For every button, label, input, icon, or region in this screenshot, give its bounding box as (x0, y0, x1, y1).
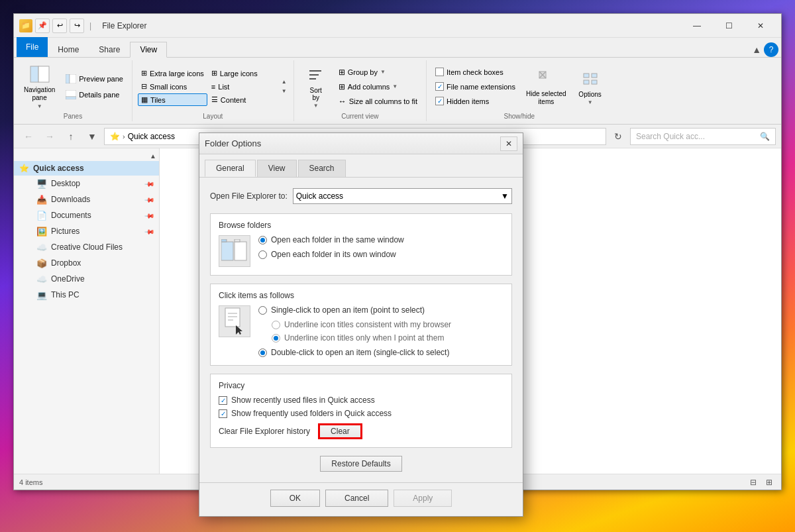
sidebar-item-documents[interactable]: 📄 Documents 📌 (14, 207, 159, 223)
address-path: Quick access (128, 132, 175, 141)
sort-by-btn[interactable]: Sortby ▼ (299, 61, 333, 112)
item-checkboxes-btn[interactable]: Item check boxes (432, 66, 519, 78)
underline-point-option[interactable]: Underline icon titles only when I point … (272, 333, 451, 343)
close-button[interactable]: ✕ (745, 16, 776, 36)
details-view-btn[interactable]: ⊟ (747, 476, 760, 489)
svg-rect-14 (592, 74, 597, 78)
minimize-button[interactable]: — (682, 16, 712, 36)
recent-files-checkbox[interactable] (219, 396, 227, 405)
forward-btn[interactable]: → (40, 127, 59, 146)
options-btn[interactable]: Options ▼ (574, 65, 607, 109)
browse-same-window-option[interactable]: Open each folder in the same window (258, 235, 404, 244)
details-pane-btn[interactable]: Details pane (62, 87, 123, 102)
underline-point-radio[interactable] (272, 334, 280, 343)
dialog-body: Open File Explorer to: Quick access ▼ Br… (199, 177, 523, 482)
quick-access-icon: ⭐ (19, 164, 29, 173)
click-items-icon (219, 305, 250, 337)
tiles-btn[interactable]: ▦ Tiles (138, 93, 207, 106)
large-icons-btn[interactable]: ⊞ Large icons (208, 67, 278, 80)
svg-rect-4 (66, 90, 76, 97)
navigation-pane-btn[interactable]: Navigationpane ▼ (19, 60, 60, 113)
frequent-folders-check-row[interactable]: Show frequently used folders in Quick ac… (219, 409, 504, 418)
hide-selected-btn[interactable]: Hide selecteditems (521, 64, 571, 109)
quick-access-tb-btn[interactable]: 📌 (35, 19, 50, 33)
downloads-pin: 📌 (144, 194, 155, 205)
ribbon-tabs: File Home Share View ▲ ? (14, 38, 781, 58)
sidebar-item-dropbox[interactable]: 📦 Dropbox (14, 255, 159, 271)
small-icons-btn[interactable]: ⊟ Small icons (138, 80, 207, 93)
open-explorer-select[interactable]: Quick access ▼ (293, 188, 512, 204)
current-view-label: Current view (341, 113, 378, 121)
cancel-btn[interactable]: Cancel (325, 490, 388, 507)
dialog-tab-view[interactable]: View (257, 160, 297, 177)
ribbon-content: Navigationpane ▼ Preview pane (14, 58, 781, 124)
sidebar-item-quick-access[interactable]: ⭐ Quick access (14, 161, 159, 176)
sidebar-item-onedrive[interactable]: ☁️ OneDrive (14, 271, 159, 287)
recent-btn[interactable]: ▼ (83, 127, 101, 146)
file-name-extensions-btn[interactable]: File name extensions (432, 80, 519, 93)
layout-scroll-down[interactable]: ▼ (282, 87, 287, 96)
recent-files-check-row[interactable]: Show recently used files in Quick access (219, 396, 504, 405)
ribbon-group-show-hide: Item check boxes File name extensions Hi… (427, 60, 612, 121)
refresh-btn[interactable]: ↻ (609, 127, 627, 146)
group-by-btn[interactable]: ⊞ Group by ▼ (335, 66, 421, 79)
extra-large-icons-btn[interactable]: ⊞ Extra large icons (138, 67, 207, 80)
browse-own-radio[interactable] (258, 250, 267, 259)
up-btn[interactable]: ↑ (62, 127, 80, 146)
ok-btn[interactable]: OK (270, 490, 320, 507)
content-icon: ☰ (211, 95, 218, 104)
maximize-button[interactable]: ☐ (714, 16, 744, 36)
browse-folders-icon (219, 235, 250, 267)
apply-btn[interactable]: Apply (394, 490, 452, 507)
double-click-option[interactable]: Double-click to open an item (single-cli… (258, 348, 451, 357)
app-icon: 📁 (19, 19, 32, 32)
sidebar-item-this-pc[interactable]: 💻 This PC (14, 287, 159, 303)
browse-own-window-option[interactable]: Open each folder in its own window (258, 250, 404, 259)
underline-browser-radio[interactable] (272, 321, 280, 329)
large-icons-view-btn[interactable]: ⊞ (763, 476, 776, 489)
single-click-radio[interactable] (258, 306, 267, 315)
address-star-icon: ⭐ (110, 132, 120, 141)
underline-browser-option[interactable]: Underline icon titles consistent with my… (272, 320, 451, 329)
sort-icon (305, 64, 327, 85)
sidebar-collapse-btn[interactable]: ▲ (150, 152, 156, 160)
restore-defaults-btn[interactable]: Restore Defaults (320, 456, 401, 472)
frequent-folders-checkbox[interactable] (219, 409, 227, 418)
redo-tb-btn[interactable]: ↪ (70, 19, 84, 33)
browse-same-radio[interactable] (258, 236, 267, 244)
single-click-option[interactable]: Single-click to open an item (point to s… (258, 305, 451, 315)
current-view-content: Sortby ▼ ⊞ Group by ▼ ⊞ Add columns ▼ (299, 60, 421, 113)
content-btn[interactable]: ☰ Content (208, 93, 278, 106)
dialog-tab-search[interactable]: Search (298, 160, 346, 177)
tab-view[interactable]: View (130, 42, 167, 58)
sidebar-item-pictures[interactable]: 🖼️ Pictures 📌 (14, 223, 159, 239)
svg-rect-18 (235, 242, 246, 260)
click-items-content: Single-click to open an item (point to s… (219, 305, 504, 357)
add-columns-btn[interactable]: ⊞ Add columns ▼ (335, 80, 421, 93)
creative-cloud-icon: ☁️ (36, 242, 47, 252)
hidden-items-btn[interactable]: Hidden items (432, 95, 519, 107)
back-btn[interactable]: ← (19, 127, 38, 146)
help-button[interactable]: ? (764, 42, 778, 57)
size-all-columns-btn[interactable]: ↔ Size all columns to fit (335, 95, 421, 108)
tab-file[interactable]: File (17, 37, 48, 57)
preview-pane-btn[interactable]: Preview pane (62, 72, 127, 86)
double-click-radio[interactable] (258, 348, 267, 357)
privacy-checks: Show recently used files in Quick access… (219, 396, 504, 439)
tab-share[interactable]: Share (89, 42, 130, 58)
sidebar-item-creative-cloud[interactable]: ☁️ Creative Cloud Files (14, 239, 159, 255)
ribbon-collapse-btn[interactable]: ▲ (752, 44, 761, 55)
dialog-close-btn[interactable]: ✕ (500, 136, 517, 151)
creative-cloud-label: Creative Cloud Files (51, 242, 123, 252)
tab-home[interactable]: Home (48, 42, 89, 58)
dialog-tab-general[interactable]: General (205, 160, 256, 177)
view-options: ⊞ Group by ▼ ⊞ Add columns ▼ ↔ Size all … (335, 66, 421, 108)
open-explorer-label: Open File Explorer to: (210, 191, 288, 201)
clear-btn[interactable]: Clear (318, 423, 362, 439)
undo-tb-btn[interactable]: ↩ (52, 19, 67, 33)
list-btn[interactable]: ≡ List (208, 80, 278, 93)
sidebar-item-downloads[interactable]: 📥 Downloads 📌 (14, 191, 159, 207)
search-bar[interactable]: Search Quick acc... 🔍 (630, 128, 776, 145)
layout-scroll-up[interactable]: ▲ (282, 78, 287, 87)
sidebar-item-desktop[interactable]: 🖥️ Desktop 📌 (14, 176, 159, 191)
